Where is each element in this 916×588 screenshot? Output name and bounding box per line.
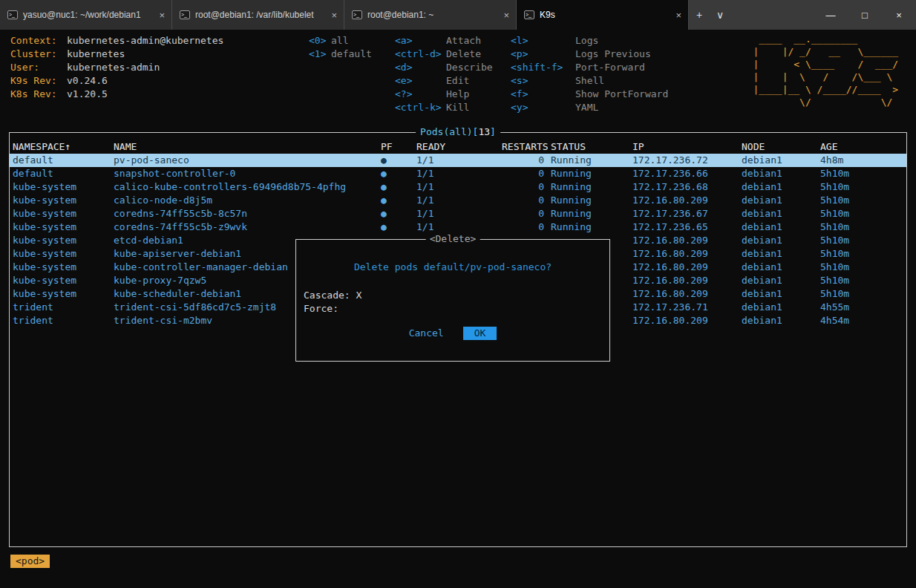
- cell-status: Running: [548, 167, 629, 180]
- dialog-title: <Delete>: [426, 232, 480, 246]
- hotkey-label: Port-Forward: [575, 62, 645, 73]
- table-row[interactable]: defaultsnapshot-controller-0●1/10Running…: [10, 167, 906, 180]
- cell-ready: 1/1: [413, 154, 499, 167]
- terminal-tab[interactable]: >_yasuo@nuc1: ~/work/debian1×: [0, 0, 172, 30]
- tab-close-icon[interactable]: ×: [329, 10, 339, 21]
- cell-name: calico-kube-controllers-69496d8b75-4pfhg: [111, 180, 378, 194]
- column-header[interactable]: NODE: [739, 140, 817, 154]
- tab-close-icon[interactable]: ×: [673, 10, 684, 21]
- hotkey-key: <shift-f>: [511, 61, 575, 74]
- cell-ns: kube-system: [10, 180, 111, 194]
- hotkey-label: Logs Previous: [575, 48, 651, 59]
- column-header[interactable]: NAMESPACE↑: [10, 140, 111, 154]
- minimize-button[interactable]: —: [814, 0, 848, 30]
- cell-status: Running: [548, 194, 629, 207]
- cell-ip: 172.16.80.209: [629, 314, 739, 327]
- hotkey-label: Kill: [446, 102, 469, 113]
- hotkey-line: <?>Help: [395, 88, 493, 101]
- column-header[interactable]: NAME: [111, 140, 378, 154]
- cell-name: coredns-74ff55c5b-z9wvk: [111, 220, 378, 234]
- column-header[interactable]: READY: [413, 140, 499, 154]
- cell-name: snapshot-controller-0: [111, 167, 378, 180]
- cell-name: pv-pod-saneco: [111, 154, 378, 167]
- hotkey-line: <0>all: [309, 34, 372, 48]
- cell-age: 5h10m: [817, 247, 906, 261]
- cell-ns: kube-system: [10, 261, 111, 274]
- hotkey-label: all: [331, 35, 348, 46]
- column-header[interactable]: PF: [378, 140, 413, 154]
- cell-ready: 1/1: [413, 194, 499, 207]
- column-header[interactable]: STATUS: [548, 140, 629, 154]
- hotkey-line: <ctrl-k>Kill: [395, 101, 493, 114]
- hotkey-key: <f>: [511, 88, 575, 101]
- cluster-info-line: Cluster:kubernetes: [10, 48, 223, 61]
- hotkey-label: YAML: [575, 102, 598, 113]
- terminal-tab[interactable]: >_root@debian1: ~×: [344, 0, 517, 30]
- info-label: Context:: [10, 34, 67, 48]
- cell-restarts: 0: [499, 220, 548, 234]
- cell-ip: 172.17.236.66: [629, 167, 739, 180]
- column-header[interactable]: IP: [629, 140, 739, 154]
- window-controls: — □ ×: [814, 0, 916, 30]
- hotkey-key: <a>: [395, 34, 446, 48]
- info-value: kubernetes: [67, 48, 125, 59]
- new-tab-button[interactable]: +: [689, 0, 710, 30]
- table-title-count: 13: [478, 126, 490, 137]
- cell-ip: 172.17.236.71: [629, 301, 739, 314]
- cell-ip: 172.17.236.67: [629, 207, 739, 220]
- cell-ip: 172.16.80.209: [629, 274, 739, 287]
- cell-ns: kube-system: [10, 247, 111, 261]
- cmd-icon: >_: [352, 10, 362, 19]
- cascade-checkbox[interactable]: X: [356, 290, 362, 301]
- hotkey-line: <l>Logs: [511, 34, 668, 48]
- tab-close-icon[interactable]: ×: [501, 10, 511, 21]
- cell-ip: 172.17.236.65: [629, 220, 739, 234]
- cell-name: coredns-74ff55c5b-8c57n: [111, 207, 378, 220]
- cell-age: 5h10m: [817, 287, 906, 301]
- table-row[interactable]: kube-systemcoredns-74ff55c5b-8c57n●1/10R…: [10, 207, 906, 220]
- hotkey-label: Attach: [446, 35, 481, 46]
- cell-ns: kube-system: [10, 287, 111, 301]
- close-button[interactable]: ×: [882, 0, 916, 30]
- cell-node: debian1: [739, 167, 817, 180]
- cell-status: Running: [548, 220, 629, 234]
- cancel-button[interactable]: Cancel: [409, 327, 444, 340]
- cell-ip: 172.16.80.209: [629, 194, 739, 207]
- table-header-row: NAMESPACE↑NAMEPFREADYRESTARTSSTATUSIPNOD…: [10, 140, 906, 154]
- column-header[interactable]: RESTARTS: [499, 140, 548, 154]
- force-field: Force:: [304, 302, 344, 316]
- cell-age: 5h10m: [817, 234, 906, 247]
- hotkeys-actions-1: <a>Attach<ctrl-d>Delete<d>Describe<e>Edi…: [395, 34, 493, 114]
- hotkey-line: <p>Logs Previous: [511, 48, 668, 61]
- terminal-tab[interactable]: >_K9s×: [517, 0, 689, 30]
- cell-restarts: 0: [499, 180, 548, 194]
- cascade-label: Cascade:: [304, 290, 350, 301]
- cell-ns: default: [10, 154, 111, 167]
- info-label: User:: [10, 61, 67, 74]
- tab-dropdown-button[interactable]: ∨: [710, 0, 730, 30]
- hotkey-line: <s>Shell: [511, 74, 668, 88]
- maximize-button[interactable]: □: [848, 0, 882, 30]
- cell-restarts: 0: [499, 194, 548, 207]
- hotkey-key: <l>: [511, 34, 575, 48]
- cell-status: Running: [548, 154, 629, 167]
- cell-node: debian1: [739, 274, 817, 287]
- table-row[interactable]: defaultpv-pod-saneco●1/10Running172.17.2…: [10, 154, 906, 167]
- table-title-text: Pods(all)[: [420, 126, 478, 137]
- info-value: kubernetes-admin@kubernetes: [67, 35, 223, 46]
- table-row[interactable]: kube-systemcalico-node-d8j5m●1/10Running…: [10, 194, 906, 207]
- tab-title: root@debian1: /var/lib/kubelet: [195, 10, 324, 20]
- dialog-buttons: Cancel OK: [296, 327, 609, 340]
- table-row[interactable]: kube-systemcalico-kube-controllers-69496…: [10, 180, 906, 194]
- cell-restarts: 0: [499, 207, 548, 220]
- cell-ip: 172.17.236.68: [629, 180, 739, 194]
- tab-close-icon[interactable]: ×: [157, 10, 167, 21]
- ok-button[interactable]: OK: [463, 327, 497, 340]
- hotkey-line: <y>YAML: [511, 101, 668, 114]
- terminal-tab[interactable]: >_root@debian1: /var/lib/kubelet×: [172, 0, 344, 30]
- column-header[interactable]: AGE: [817, 140, 906, 154]
- cell-node: debian1: [739, 261, 817, 274]
- hotkey-label: Shell: [575, 75, 604, 86]
- hotkey-key: <ctrl-k>: [395, 101, 446, 114]
- cell-ns: kube-system: [10, 194, 111, 207]
